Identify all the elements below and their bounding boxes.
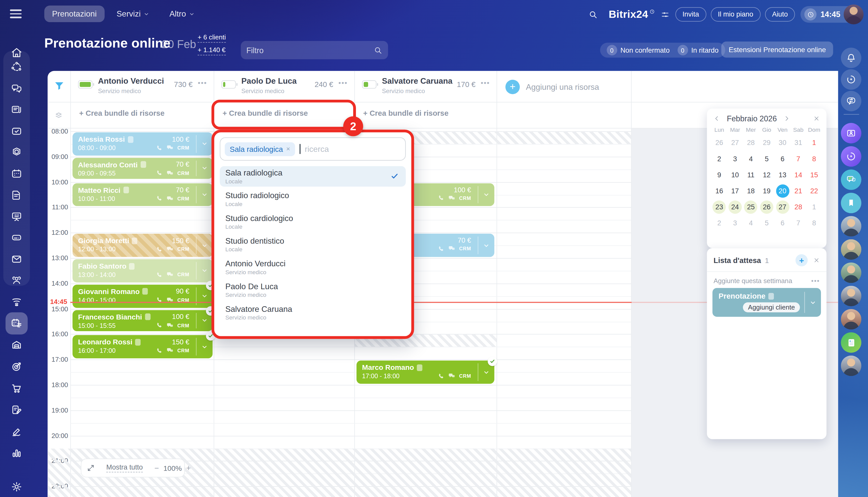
calendar-day-14[interactable]: 14 bbox=[791, 167, 806, 183]
calendar-day-13[interactable]: 13 bbox=[775, 167, 791, 183]
calendar-day-3[interactable]: 3 bbox=[727, 215, 743, 231]
revenue-delta[interactable]: + 1.140 € bbox=[198, 46, 226, 55]
calendar-day-4[interactable]: 4 bbox=[743, 151, 759, 167]
calendar-day-15[interactable]: 15 bbox=[806, 167, 822, 183]
crm-label[interactable]: CRM bbox=[459, 373, 471, 379]
crm-label[interactable]: CRM bbox=[177, 272, 189, 278]
more-options-icon[interactable]: ••• bbox=[198, 79, 207, 87]
dropdown-item-antonio-verducci[interactable]: Antonio VerducciServizio medico bbox=[220, 257, 406, 278]
strip-notifications-bell[interactable] bbox=[841, 47, 862, 68]
event-marco-romano[interactable]: Marco Romano17:00 - 18:00CRM bbox=[357, 361, 494, 384]
strip-avatar-5[interactable] bbox=[841, 309, 862, 330]
chat-icon[interactable] bbox=[166, 322, 174, 329]
event-leonardo-rossi[interactable]: Leonardo Rossi150 €16:00 - 17:00CRM bbox=[72, 335, 213, 358]
sidebar-item-analytics[interactable] bbox=[11, 447, 23, 459]
calendar-day-27[interactable]: 27 bbox=[775, 199, 791, 215]
more-options-icon[interactable]: ••• bbox=[481, 79, 490, 87]
calendar-day-31[interactable]: 31 bbox=[791, 135, 806, 151]
crm-label[interactable]: CRM bbox=[177, 246, 189, 252]
dropdown-item-salvatore-caruana[interactable]: Salvatore CaruanaServizio medico bbox=[220, 302, 406, 323]
calendar-title[interactable]: Febbraio 2026 bbox=[727, 114, 777, 123]
nav-item-servizi[interactable]: Servizi bbox=[109, 5, 157, 22]
sidebar-item-crm[interactable] bbox=[11, 296, 23, 308]
event-alessia-rossi[interactable]: Alessia Rossi100 €08:00 - 09:00CRM bbox=[72, 132, 213, 155]
calendar-day-29[interactable]: 29 bbox=[759, 135, 775, 151]
expand-icon[interactable] bbox=[81, 464, 100, 472]
event-fabio-santoro[interactable]: Fabio Santoro13:00 - 14:00CRM bbox=[72, 259, 213, 282]
calendar-day-25[interactable]: 25 bbox=[743, 199, 759, 215]
chevron-down-icon[interactable] bbox=[809, 299, 816, 306]
action-il-mio-piano[interactable]: Il mio piano bbox=[711, 7, 761, 22]
calendar-day-23[interactable]: 23 bbox=[711, 199, 727, 215]
calendar-prev-icon[interactable] bbox=[714, 115, 720, 122]
strip-translator-chat[interactable] bbox=[841, 91, 862, 111]
calendar-day-24[interactable]: 24 bbox=[727, 199, 743, 215]
calendar-day-30[interactable]: 30 bbox=[775, 135, 791, 151]
phone-icon[interactable] bbox=[156, 271, 163, 278]
zoom-in-button[interactable]: + bbox=[186, 464, 191, 472]
strip-avatar-1[interactable] bbox=[841, 216, 862, 237]
phone-icon[interactable] bbox=[156, 170, 163, 177]
create-bundle-button-3[interactable]: + Crea bundle di risorse bbox=[363, 109, 448, 117]
calendar-day-28[interactable]: 28 bbox=[743, 135, 759, 151]
calendar-day-21[interactable]: 21 bbox=[791, 183, 806, 199]
calendar-day-1[interactable]: 1 bbox=[806, 199, 822, 215]
phone-icon[interactable] bbox=[156, 144, 163, 151]
event-alessandro-conti[interactable]: Alessandro Conti70 €09:00 - 09:55CRM bbox=[72, 158, 213, 179]
chat-icon[interactable] bbox=[166, 245, 174, 253]
sidebar-item-booking[interactable] bbox=[5, 312, 28, 335]
calendar-day-7[interactable]: 7 bbox=[791, 151, 806, 167]
chat-icon[interactable] bbox=[166, 347, 174, 355]
sidebar-item-workgroups[interactable] bbox=[11, 146, 23, 158]
phone-icon[interactable] bbox=[437, 194, 445, 201]
chat-icon[interactable] bbox=[448, 245, 455, 253]
event-francesco-bianchi[interactable]: Francesco Bianchi100 €15:00 - 15:55CRM bbox=[72, 310, 213, 331]
calendar-day-5[interactable]: 5 bbox=[759, 215, 775, 231]
create-bundle-button-1[interactable]: + Crea bundle di risorse bbox=[79, 109, 164, 117]
filter-input[interactable]: Filtro bbox=[241, 41, 388, 59]
waitlist-item[interactable]: Prenotazione Aggiungi cliente bbox=[712, 288, 821, 317]
strip-avatar-4[interactable] bbox=[841, 286, 862, 306]
dropdown-item-studio-radiologico[interactable]: Studio radiologicoLocale bbox=[220, 189, 406, 209]
counter-non-confermato[interactable]: 0Non confermato bbox=[607, 45, 670, 55]
phone-icon[interactable] bbox=[156, 246, 163, 253]
close-icon[interactable] bbox=[813, 115, 820, 122]
close-icon[interactable] bbox=[813, 257, 820, 264]
crm-label[interactable]: CRM bbox=[177, 348, 189, 354]
strip-avatar-3[interactable] bbox=[841, 262, 862, 283]
event-expand[interactable] bbox=[196, 338, 213, 356]
sidebar-item-drive[interactable] bbox=[11, 231, 23, 244]
filter-icon[interactable] bbox=[53, 80, 66, 92]
calendar-day-12[interactable]: 12 bbox=[759, 167, 775, 183]
work-timer[interactable]: 14:45 bbox=[801, 6, 863, 23]
calendar-day-7[interactable]: 7 bbox=[791, 215, 806, 231]
sidebar-item-tasks[interactable] bbox=[11, 125, 23, 137]
strip-copilot[interactable] bbox=[841, 69, 862, 90]
chip-close-icon[interactable]: × bbox=[286, 145, 290, 153]
more-options-icon[interactable]: ••• bbox=[338, 79, 348, 87]
strip-copilot-crm[interactable] bbox=[841, 146, 862, 167]
strip-messenger-teal[interactable] bbox=[841, 169, 862, 190]
selected-chip[interactable]: Sala radiologica × bbox=[225, 142, 295, 156]
dropdown-item-sala-radiologica[interactable]: Sala radiologicaLocale bbox=[220, 166, 406, 187]
calendar-day-11[interactable]: 11 bbox=[743, 167, 759, 183]
sidebar-item-collaboration[interactable] bbox=[11, 61, 23, 73]
counter-in-ritardo[interactable]: 0In ritardo bbox=[677, 45, 719, 55]
chat-icon[interactable] bbox=[166, 271, 174, 279]
add-resource-button[interactable]: +Aggiungi una risorsa bbox=[496, 71, 631, 102]
add-to-waitlist-button[interactable]: + bbox=[796, 254, 808, 266]
calendar-day-22[interactable]: 22 bbox=[806, 183, 822, 199]
phone-icon[interactable] bbox=[156, 322, 163, 329]
event-expand[interactable] bbox=[196, 262, 213, 280]
calendar-day-8[interactable]: 8 bbox=[806, 215, 822, 231]
sidebar-item-sign[interactable] bbox=[11, 425, 23, 438]
search-icon[interactable] bbox=[583, 10, 603, 19]
calendar-next-icon[interactable] bbox=[784, 115, 790, 122]
calendar-day-4[interactable]: 4 bbox=[743, 215, 759, 231]
event-expand[interactable] bbox=[478, 237, 494, 254]
resource-header-1[interactable]: Antonio VerducciServizio medico730 €••• bbox=[70, 71, 214, 102]
sidebar-item-documents[interactable] bbox=[11, 189, 23, 201]
sidebar-item-home[interactable] bbox=[11, 46, 23, 59]
chat-icon[interactable] bbox=[448, 372, 455, 380]
event-expand[interactable] bbox=[196, 135, 213, 153]
